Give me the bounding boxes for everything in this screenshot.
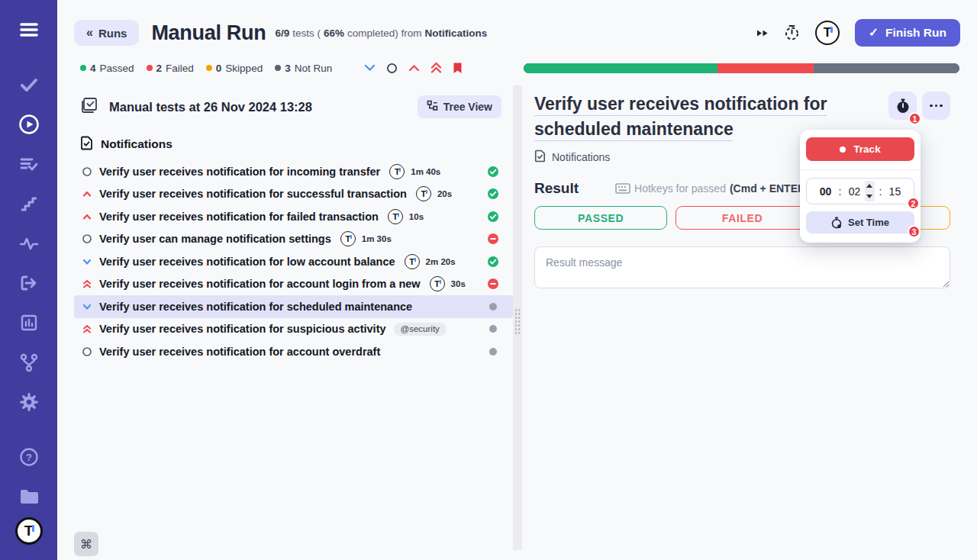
test-status-icon [487, 233, 499, 245]
suite-group-header[interactable]: Notifications [80, 134, 513, 154]
test-duration: 30s [451, 279, 466, 288]
test-row[interactable]: Verify user receives notification for lo… [74, 250, 513, 273]
run-title: Manual tests at 26 Nov 2024 13:28 [109, 100, 312, 114]
result-message-input[interactable] [534, 246, 950, 288]
test-duration: 1m 30s [362, 234, 392, 243]
bar-chart-icon[interactable] [18, 311, 40, 334]
finish-run-button[interactable]: ✓ Finish Run [855, 19, 960, 47]
test-title: Verify user receives notification for ac… [99, 346, 380, 358]
test-row[interactable]: Verify user receives notification for ac… [74, 273, 513, 296]
notrun-dot-icon [275, 65, 281, 71]
track-button[interactable]: Track [806, 137, 914, 161]
record-dot-icon [840, 146, 846, 153]
bookmark-icon[interactable] [453, 62, 463, 74]
test-status-icon [487, 301, 499, 313]
test-title: Verify user receives notification for lo… [99, 256, 395, 268]
app-logo-icon[interactable]: T [815, 21, 840, 45]
seconds-input[interactable] [886, 185, 903, 198]
test-list: Verify user receives notification for in… [74, 160, 513, 363]
test-title: Verify user receives notification for in… [99, 166, 380, 178]
play-circle-icon[interactable] [18, 113, 40, 136]
automation-logo-icon: T [340, 231, 356, 246]
priority-icon [82, 166, 92, 177]
logo-icon[interactable]: T [15, 517, 43, 545]
breadcrumb-label: Notifications [552, 151, 610, 163]
test-status-icon [487, 166, 499, 178]
tree-icon [427, 100, 438, 114]
automation-logo-icon: T [389, 164, 405, 179]
more-options-button[interactable] [922, 92, 950, 120]
failed-button[interactable]: FAILED [676, 206, 808, 230]
document-check-icon [80, 136, 93, 153]
test-duration: 20s [437, 189, 452, 198]
test-status-icon [487, 211, 499, 223]
result-heading: Result [534, 180, 579, 197]
drag-grip-icon[interactable] [514, 308, 521, 336]
priority-icon [82, 278, 92, 289]
failed-dot-icon [147, 65, 153, 71]
priority-filters [364, 62, 463, 74]
step-down-icon[interactable] [866, 195, 872, 198]
keyboard-icon [615, 183, 630, 194]
folder-icon[interactable] [18, 485, 40, 508]
test-row[interactable]: Verify user receives notification for sc… [74, 295, 513, 318]
test-row[interactable]: Verify user receives notification for in… [74, 160, 513, 183]
test-row[interactable]: Verify user receives notification for su… [74, 183, 513, 206]
checklist-icon [80, 96, 98, 117]
time-separator: : [839, 185, 842, 198]
minutes-stepper[interactable] [865, 181, 875, 201]
fast-forward-icon[interactable] [756, 28, 769, 38]
test-row[interactable]: Verify user receives notification for fa… [74, 205, 513, 228]
steps-icon[interactable] [18, 192, 40, 215]
test-row[interactable]: Verify user can manage notification sett… [74, 228, 513, 251]
test-status-icon [487, 323, 499, 335]
test-title: Verify user receives notification for fa… [99, 211, 379, 223]
double-chevron-up-icon[interactable] [430, 63, 442, 73]
set-time-button[interactable]: Set Time 3 [806, 211, 914, 233]
menu-icon[interactable] [18, 18, 40, 41]
timer-history-icon[interactable] [784, 24, 800, 41]
time-separator: : [879, 185, 882, 198]
back-to-runs-button[interactable]: « Runs [74, 20, 139, 46]
stopwatch-button[interactable]: 1 [888, 92, 917, 120]
skipped-dot-icon [206, 65, 212, 71]
chevron-down-icon[interactable] [364, 64, 376, 72]
finish-run-label: Finish Run [885, 26, 946, 40]
check-icon[interactable] [18, 73, 40, 96]
help-icon[interactable]: ? [18, 446, 40, 468]
chevron-up-icon[interactable] [408, 64, 420, 72]
automation-logo-icon: T [388, 209, 403, 224]
step-up-icon[interactable] [866, 184, 872, 188]
double-chevron-left-icon: « [86, 26, 93, 40]
test-title: Verify user can manage notification sett… [99, 233, 331, 245]
minutes-input[interactable] [846, 185, 863, 198]
command-key-button[interactable]: ⌘ [74, 532, 98, 556]
priority-icon [82, 323, 92, 334]
list-check-icon[interactable] [18, 153, 40, 175]
percent-complete: 66% [324, 27, 344, 39]
priority-icon [82, 188, 92, 199]
automation-logo-icon: T [430, 276, 445, 291]
tree-view-button[interactable]: Tree View [418, 95, 501, 118]
pulse-icon[interactable] [18, 232, 40, 255]
stat-passed: 4Passed [80, 63, 134, 74]
time-input-group: : : 2 [806, 178, 914, 204]
status-bar: 4Passed 2Failed 0Skipped 3Not Run [57, 55, 977, 81]
gear-icon[interactable] [18, 391, 40, 414]
login-icon[interactable] [18, 272, 40, 294]
timer-badge: 1 [908, 112, 921, 125]
test-tag: @security [394, 323, 447, 336]
automation-logo-icon: T [405, 254, 420, 269]
test-row[interactable]: Verify user receives notification for ac… [74, 340, 513, 363]
popup-separator [800, 169, 921, 170]
test-row[interactable]: Verify user receives notification for su… [74, 318, 513, 341]
passed-button[interactable]: PASSED [534, 206, 667, 230]
run-progress-bar [524, 63, 959, 73]
stat-skipped: 0Skipped [206, 63, 263, 74]
check-icon: ✓ [869, 26, 879, 40]
progress-notrun-segment [814, 63, 959, 73]
panel-resize-divider[interactable] [513, 85, 522, 550]
hours-input[interactable] [817, 185, 834, 198]
circle-outline-icon[interactable] [386, 63, 398, 74]
branch-icon[interactable] [18, 351, 40, 374]
